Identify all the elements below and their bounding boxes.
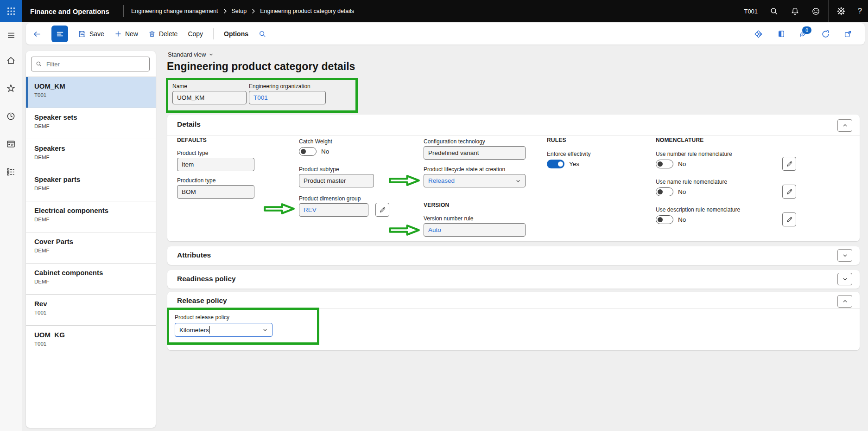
- version-rule-link[interactable]: Auto: [428, 226, 441, 233]
- configuration-technology-field[interactable]: Predefined variant: [424, 146, 526, 160]
- readiness-policy-expand-button[interactable]: [837, 273, 852, 285]
- release-policy-section-card: Release policy Product release policy Ki…: [167, 292, 860, 350]
- chevron-down-icon: [515, 178, 521, 184]
- release-policy-collapse-button[interactable]: [837, 295, 852, 308]
- feedback-button[interactable]: [805, 0, 826, 22]
- org-field-link[interactable]: T001: [253, 94, 268, 101]
- office-apps-button[interactable]: [777, 30, 785, 38]
- delete-button[interactable]: Delete: [148, 30, 177, 38]
- list-item[interactable]: Speakers DEMF: [26, 139, 156, 170]
- notifications-button[interactable]: [785, 0, 805, 22]
- nav-recent-button[interactable]: [2, 107, 20, 125]
- list-item[interactable]: Electrical components DEMF: [26, 201, 156, 232]
- lifecycle-state-combobox[interactable]: Released: [424, 174, 526, 187]
- enforce-effectivity-value: Yes: [569, 161, 579, 167]
- use-description-rule-edit-button[interactable]: [782, 212, 796, 226]
- version-rule-field[interactable]: Auto: [424, 223, 526, 237]
- product-subtype-field[interactable]: Product master: [299, 174, 374, 187]
- toggle-knob: [658, 217, 663, 222]
- plus-icon: [114, 30, 122, 38]
- page-title: Engineering product category details: [167, 60, 355, 73]
- power-apps-button[interactable]: [754, 30, 763, 39]
- nav-expand-button[interactable]: [2, 26, 20, 45]
- options-tab[interactable]: Options: [224, 30, 248, 38]
- smiley-icon: [811, 7, 820, 16]
- nomenclature-heading: NOMENCLATURE: [656, 137, 704, 143]
- breadcrumb-page[interactable]: Engineering product category details: [260, 8, 354, 14]
- product-release-policy-combobox[interactable]: Kilometers: [175, 323, 272, 337]
- refresh-button[interactable]: [821, 30, 830, 39]
- catch-weight-toggle[interactable]: [299, 147, 317, 156]
- breadcrumb-chevron-icon: [251, 8, 255, 14]
- use-description-rule-toggle[interactable]: [656, 215, 673, 224]
- enforce-effectivity-toggle[interactable]: [547, 160, 564, 168]
- name-field[interactable]: UOM_KM: [172, 91, 247, 104]
- app-launcher-button[interactable]: [0, 0, 22, 22]
- list-item-subtitle: T001: [34, 341, 156, 347]
- list-item[interactable]: UOM_KM T001: [26, 77, 156, 108]
- use-name-rule-label: Use name rule nomenclature: [656, 179, 727, 185]
- breadcrumb-setup[interactable]: Setup: [232, 8, 247, 14]
- save-button[interactable]: Save: [78, 30, 104, 38]
- readiness-policy-section-card: Readiness policy: [167, 270, 860, 289]
- record-list: UOM_KM T001 Speaker sets DEMF Speakers D…: [26, 77, 156, 356]
- nav-home-button[interactable]: [2, 51, 20, 70]
- new-button[interactable]: New: [114, 30, 138, 38]
- use-name-rule-toggle[interactable]: [656, 187, 673, 196]
- use-name-rule-edit-button[interactable]: [782, 185, 796, 199]
- list-item[interactable]: Cover Parts DEMF: [26, 232, 156, 263]
- chevron-down-icon: [842, 276, 848, 282]
- company-picker[interactable]: T001: [738, 0, 764, 22]
- panel-menu-toggle-button[interactable]: [51, 26, 68, 42]
- list-item[interactable]: Rev T001: [26, 294, 156, 325]
- back-button[interactable]: [32, 30, 41, 38]
- product-release-policy-value: Kilometers: [179, 327, 209, 334]
- breadcrumb-module[interactable]: Engineering change management: [131, 8, 218, 14]
- product-dimension-group-edit-button[interactable]: [375, 203, 389, 217]
- product-subtype-value: Product master: [304, 177, 346, 184]
- list-item-title: Cabinet components: [34, 269, 156, 277]
- app-title: Finance and Operations: [30, 7, 109, 15]
- view-selector[interactable]: Standard view: [168, 51, 214, 58]
- search-button[interactable]: [764, 0, 785, 22]
- list-item-title: Electrical components: [34, 206, 156, 214]
- list-item[interactable]: Cabinet components DEMF: [26, 263, 156, 294]
- attributes-expand-button[interactable]: [837, 249, 852, 262]
- breadcrumb: Engineering change management Setup Engi…: [131, 8, 354, 14]
- help-button[interactable]: ?: [852, 0, 868, 22]
- nav-workspaces-button[interactable]: [2, 135, 20, 153]
- settings-button[interactable]: [830, 0, 852, 22]
- action-search-button[interactable]: [259, 30, 266, 38]
- view-selector-label: Standard view: [168, 51, 206, 58]
- filter-box: [31, 57, 150, 71]
- list-item[interactable]: Speaker sets DEMF: [26, 108, 156, 139]
- copy-button[interactable]: Copy: [188, 30, 203, 38]
- list-item[interactable]: Speaker parts DEMF: [26, 170, 156, 201]
- nav-modules-button[interactable]: [2, 162, 20, 181]
- org-field-label: Engineering organization: [249, 83, 310, 90]
- back-arrow-icon: [32, 30, 41, 38]
- list-item-subtitle: T001: [34, 92, 156, 98]
- chevron-down-icon: [842, 252, 848, 258]
- product-type-field[interactable]: Item: [177, 158, 254, 171]
- nav-favorites-button[interactable]: [2, 79, 20, 97]
- filter-input[interactable]: [45, 60, 145, 68]
- lifecycle-state-link[interactable]: Released: [428, 177, 455, 184]
- list-item-subtitle: DEMF: [34, 279, 156, 284]
- list-item-title: Rev: [34, 300, 156, 308]
- chevron-down-icon: [209, 52, 214, 57]
- open-in-new-window-button[interactable]: [844, 30, 852, 38]
- details-collapse-button[interactable]: [837, 119, 852, 132]
- gear-icon: [836, 6, 846, 16]
- catch-weight-toggle-row: No: [299, 147, 329, 156]
- attachments-button[interactable]: 0: [799, 30, 807, 38]
- toggle-knob: [658, 189, 663, 194]
- list-item[interactable]: UOM_KG T001: [26, 325, 156, 356]
- product-dimension-group-link[interactable]: REV: [304, 206, 317, 213]
- product-dimension-group-field[interactable]: REV: [299, 203, 368, 217]
- use-number-rule-toggle[interactable]: [656, 160, 673, 168]
- filter-search-icon: [36, 61, 42, 67]
- use-number-rule-edit-button[interactable]: [782, 157, 796, 171]
- production-type-field[interactable]: BOM: [177, 185, 254, 199]
- org-field[interactable]: T001: [249, 91, 326, 104]
